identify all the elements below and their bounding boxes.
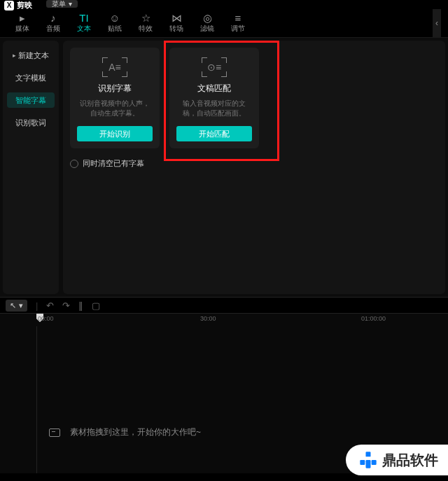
tab-label: 特效	[139, 24, 153, 34]
sticker-icon: ☺	[109, 13, 120, 23]
clear-existing-checkbox[interactable]: 同时清空已有字幕	[70, 158, 438, 169]
start-match-button[interactable]: 开始匹配	[176, 126, 252, 141]
main-tabs: ▸ 媒体 ♪ 音频 TI 文本 ☺ 贴纸 ☆ 特效 ⋈ 转场 ◎ 滤镜 ≡ 调节…	[0, 8, 448, 38]
tab-filter[interactable]: ◎ 滤镜	[192, 8, 223, 38]
content-area: 新建文本 文字模板 智能字幕 识别歌词 A≡ 识别字幕 识别音视频中的人声，自动…	[0, 38, 448, 297]
scan-text-icon: A≡	[102, 57, 127, 77]
tab-label: 音频	[46, 24, 60, 34]
tab-audio[interactable]: ♪ 音频	[38, 8, 69, 38]
card-script-match: ⊙≡ 文稿匹配 输入音视频对应的文稿，自动匹配画面。 开始匹配	[169, 48, 259, 148]
sidebar-item-label: 识别歌词	[15, 118, 46, 128]
tab-label: 转场	[169, 24, 183, 34]
tab-adjust[interactable]: ≡ 调节	[223, 8, 253, 38]
tab-effects[interactable]: ☆ 特效	[130, 8, 161, 38]
scan-clock-icon: ⊙≡	[202, 57, 227, 77]
media-icon: ▸	[20, 13, 25, 23]
split-button[interactable]: ‖	[78, 300, 83, 311]
media-placeholder-icon	[49, 428, 60, 437]
card-recognize-subtitle: A≡ 识别字幕 识别音视频中的人声，自动生成字幕。 开始识别	[70, 48, 160, 148]
cards-row: A≡ 识别字幕 识别音视频中的人声，自动生成字幕。 开始识别 ⊙≡ 文稿匹配 输…	[70, 48, 438, 148]
sidebar-item-template[interactable]: 文字模板	[7, 70, 55, 85]
timeline-toolbar: ↖ ▾ | ↶ ↷ ‖ ▢	[0, 297, 448, 314]
panel-toggle[interactable]: ‹	[433, 9, 441, 37]
main-panel: A≡ 识别字幕 识别音视频中的人声，自动生成字幕。 开始识别 ⊙≡ 文稿匹配 输…	[63, 41, 445, 294]
title-bar: X 剪映 菜单 ▾	[0, 0, 448, 8]
card-description: 输入音视频对应的文稿，自动匹配画面。	[176, 99, 252, 126]
chevron-down-icon: ▾	[69, 0, 72, 8]
start-recognize-button[interactable]: 开始识别	[77, 126, 153, 141]
undo-button[interactable]: ↶	[46, 300, 54, 311]
sidebar-item-lyrics[interactable]: 识别歌词	[7, 115, 55, 130]
card-title: 识别字幕	[98, 83, 132, 95]
sidebar-item-smart-subtitle[interactable]: 智能字幕	[7, 92, 55, 108]
tab-label: 滤镜	[200, 24, 214, 34]
sidebar-item-label: 新建文本	[18, 50, 49, 61]
ruler-tick: 00:00	[38, 315, 54, 322]
redo-button[interactable]: ↷	[62, 300, 70, 311]
svg-rect-3	[366, 460, 371, 468]
audio-icon: ♪	[50, 13, 56, 23]
tab-label: 媒体	[15, 24, 29, 34]
tab-text[interactable]: TI 文本	[69, 8, 99, 38]
text-icon: TI	[79, 13, 88, 23]
transition-icon: ⋈	[172, 13, 182, 23]
watermark-icon	[358, 450, 378, 470]
svg-rect-2	[372, 460, 377, 465]
ruler-tick: 30:00	[200, 315, 216, 322]
tab-media[interactable]: ▸ 媒体	[7, 8, 38, 38]
svg-rect-1	[360, 460, 365, 465]
watermark-badge: 鼎品软件	[346, 445, 448, 475]
tab-sticker[interactable]: ☺ 贴纸	[99, 8, 130, 38]
chevron-down-icon: ▾	[19, 301, 23, 310]
svg-rect-0	[366, 452, 371, 456]
pointer-tool[interactable]: ↖ ▾	[6, 300, 27, 312]
tab-transition[interactable]: ⋈ 转场	[161, 8, 192, 38]
drop-hint-text: 素材拖拽到这里，开始你的大作吧~	[70, 426, 201, 438]
sidebar-item-new-text[interactable]: 新建文本	[7, 48, 55, 63]
filter-icon: ◎	[203, 13, 212, 23]
card-description: 识别音视频中的人声，自动生成字幕。	[77, 99, 153, 126]
delete-button[interactable]: ▢	[92, 300, 100, 311]
effects-icon: ☆	[141, 13, 150, 23]
drop-hint: 素材拖拽到这里，开始你的大作吧~	[49, 426, 434, 438]
menu-dropdown[interactable]: 菜单 ▾	[46, 0, 78, 8]
card-title: 文稿匹配	[197, 83, 231, 95]
checkbox-label: 同时清空已有字幕	[83, 158, 144, 169]
adjust-icon: ≡	[235, 13, 241, 23]
sidebar-item-label: 文字模板	[15, 73, 46, 83]
text-sidebar: 新建文本 文字模板 智能字幕 识别歌词	[3, 41, 59, 294]
watermark-text: 鼎品软件	[382, 451, 438, 470]
sidebar-item-label: 智能字幕	[15, 95, 46, 106]
timeline-ruler[interactable]: 00:00 30:00 01:00:00	[0, 314, 448, 326]
separator: |	[36, 300, 38, 311]
ruler-tick: 01:00:00	[361, 315, 386, 322]
pointer-icon: ↖	[10, 301, 16, 310]
tab-label: 贴纸	[108, 24, 122, 34]
tab-label: 调节	[231, 24, 245, 34]
tab-label: 文本	[77, 24, 91, 34]
radio-icon	[70, 160, 78, 168]
